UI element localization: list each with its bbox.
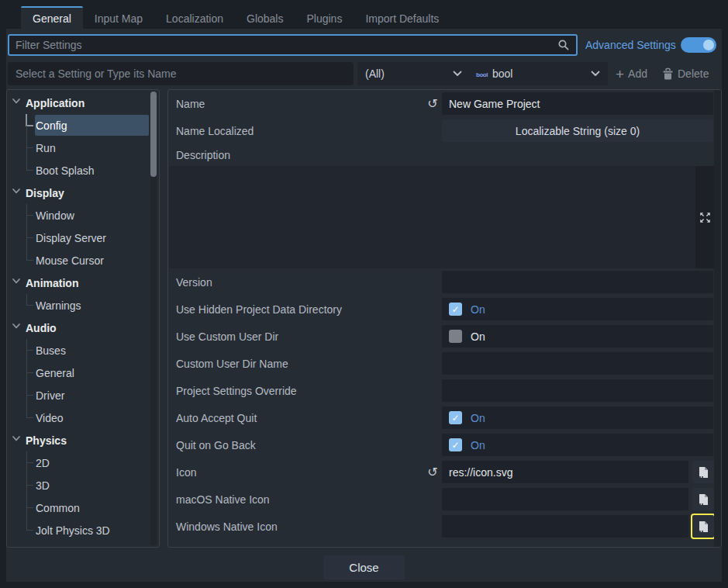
filter-settings-input[interactable]: Filter Settings: [8, 34, 578, 56]
property-value-input[interactable]: [442, 352, 713, 375]
revert-icon[interactable]: ↺: [423, 96, 442, 111]
property-label: Quit on Go Back: [176, 439, 442, 451]
checkbox-checked[interactable]: ✓: [449, 438, 462, 451]
chevron-down-icon: [591, 71, 600, 77]
property-value-input[interactable]: [442, 488, 688, 510]
add-button[interactable]: + Add: [616, 62, 659, 85]
tree-guide-line: [26, 519, 27, 531]
property-row-custom-user-dir-name: Custom User Dir Name: [168, 350, 714, 377]
property-row-description: Description: [168, 144, 714, 166]
property-label: Icon: [176, 466, 423, 479]
tree-guide-line: [26, 260, 33, 261]
tree-item-label: General: [36, 367, 74, 379]
checkbox-value-label: On: [471, 303, 485, 316]
chevron-down-icon: [12, 278, 20, 284]
property-rows: Name↺New Game ProjectName LocalizedLocal…: [168, 90, 721, 540]
tree-item-run[interactable]: Run: [7, 137, 159, 159]
setting-toolbar: Select a Setting or Type its Name (All) …: [6, 62, 722, 86]
checkbox-checked[interactable]: ✓: [449, 411, 462, 424]
property-row-name-localized: Name LocalizedLocalizable String (size 0…: [168, 117, 714, 144]
tab-plugins[interactable]: Plugins: [295, 6, 354, 29]
property-row-name: Name↺New Game Project: [168, 90, 714, 117]
property-checkbox-cell: ✓On: [442, 406, 713, 429]
sidebar-scrollbar-thumb[interactable]: [150, 92, 157, 177]
tree-item-label: 2D: [36, 457, 50, 469]
close-button[interactable]: Close: [323, 555, 405, 579]
localizable-string-button[interactable]: Localizable String (size 0): [442, 119, 713, 142]
file-icon: [698, 493, 709, 506]
tree-item-boot-splash[interactable]: Boot Splash: [7, 159, 159, 182]
tree-item-mouse-cursor[interactable]: Mouse Cursor: [7, 249, 159, 272]
tree-section-label: Audio: [26, 322, 57, 334]
property-checkbox-cell: ✓On: [442, 298, 713, 320]
description-textarea[interactable]: [169, 166, 695, 268]
sidebar-scrollbar[interactable]: [150, 92, 157, 545]
tree-item-warnings[interactable]: Warnings: [7, 294, 159, 316]
type-dropdown[interactable]: bool bool: [468, 62, 608, 85]
tree-section-application[interactable]: Application: [7, 92, 159, 114]
property-row-version: Version: [168, 268, 714, 296]
property-value-input[interactable]: [442, 515, 688, 538]
property-value-text: New Game Project: [442, 98, 540, 110]
properties-panel: Name↺New Game ProjectName LocalizedLocal…: [167, 89, 722, 548]
checkbox-unchecked[interactable]: ✓: [449, 330, 462, 343]
tree-item-video[interactable]: Video: [7, 406, 159, 429]
type-value: bool: [492, 67, 512, 80]
tree-section-animation[interactable]: Animation: [7, 272, 159, 294]
property-row-use-hidden-project-data-directory: Use Hidden Project Data Directory✓On: [168, 296, 714, 323]
category-dropdown[interactable]: (All): [357, 62, 470, 85]
file-browse-button[interactable]: [692, 461, 714, 483]
properties-scrollbar[interactable]: [714, 90, 721, 547]
revert-icon[interactable]: ↺: [423, 465, 442, 479]
delete-button[interactable]: Delete: [662, 62, 723, 85]
description-editor: [168, 166, 714, 268]
tree-item-jolt-physics-3d[interactable]: Jolt Physics 3D: [7, 519, 159, 541]
property-row-macos-native-icon: macOS Native Icon: [168, 486, 714, 513]
property-label: macOS Native Icon: [176, 493, 442, 506]
chevron-down-icon: [12, 436, 20, 441]
tab-input-map[interactable]: Input Map: [83, 6, 154, 29]
tab-bar: GeneralInput MapLocalizationGlobalsPlugi…: [6, 6, 722, 29]
setting-name-placeholder: Select a Setting or Type its Name: [16, 67, 177, 80]
tree-section-display[interactable]: Display: [7, 182, 159, 204]
tree-item-3d[interactable]: 3D: [7, 474, 159, 496]
property-value-input[interactable]: [442, 271, 713, 293]
tree-item-general[interactable]: General: [7, 361, 159, 384]
tree-item-2d[interactable]: 2D: [7, 451, 159, 474]
tree-section-physics[interactable]: Physics: [7, 429, 159, 451]
file-browse-button[interactable]: [692, 515, 714, 538]
file-icon: [698, 521, 709, 533]
tree-guide-line: [26, 417, 33, 418]
tree-item-config[interactable]: Config: [7, 114, 159, 137]
tree-item-driver[interactable]: Driver: [7, 384, 159, 406]
tree-guide-line: [26, 147, 33, 148]
tree-item-common[interactable]: Common: [7, 496, 159, 519]
tree-items: ApplicationConfigRunBoot SplashDisplayWi…: [7, 92, 159, 541]
tree-section-audio[interactable]: Audio: [7, 316, 159, 339]
description-expand-button[interactable]: [695, 166, 714, 268]
tab-import-defaults[interactable]: Import Defaults: [354, 6, 450, 29]
property-value-input[interactable]: res://icon.svg: [442, 461, 688, 483]
search-icon: [557, 39, 570, 51]
filter-settings-placeholder: Filter Settings: [16, 39, 557, 51]
tree-guide-line: [26, 530, 33, 531]
checkbox-checked[interactable]: ✓: [449, 303, 462, 316]
setting-name-input[interactable]: Select a Setting or Type its Name: [8, 62, 354, 85]
advanced-settings-toggle[interactable]: [681, 37, 716, 53]
tree-item-window[interactable]: Window: [7, 204, 159, 227]
tree-item-display-server[interactable]: Display Server: [7, 227, 159, 249]
tab-globals[interactable]: Globals: [235, 6, 295, 29]
chevron-down-icon: [12, 323, 20, 329]
property-row-auto-accept-quit: Auto Accept Quit✓On: [168, 404, 714, 431]
tree-item-buses[interactable]: Buses: [7, 339, 159, 361]
tab-localization[interactable]: Localization: [154, 6, 235, 29]
property-value-input[interactable]: New Game Project: [442, 92, 713, 115]
tab-general[interactable]: General: [21, 6, 83, 29]
tree-item-label: Buses: [36, 344, 66, 357]
bool-type-icon: bool: [476, 71, 488, 78]
file-browse-button[interactable]: [692, 488, 714, 510]
property-checkbox-cell: ✓On: [442, 434, 713, 456]
property-row-windows-native-icon: Windows Native Icon: [168, 513, 714, 540]
tree-item-label: Jolt Physics 3D: [36, 524, 110, 537]
property-value-input[interactable]: [442, 379, 713, 402]
